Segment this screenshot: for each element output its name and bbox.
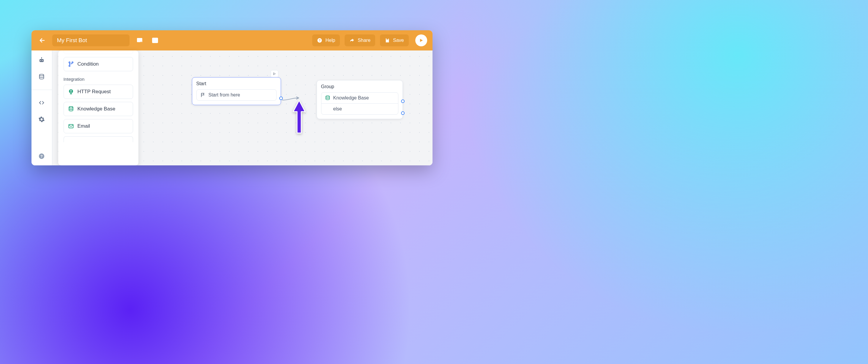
row-label: else	[333, 106, 342, 112]
app-body: ? AB Test Condition Integration	[31, 51, 433, 165]
sidebar-item-bot[interactable]	[36, 55, 46, 65]
share-icon	[349, 38, 355, 43]
svg-point-11	[39, 74, 44, 76]
svg-rect-6	[39, 59, 44, 62]
sidebar: ?	[31, 51, 52, 165]
svg-point-10	[41, 57, 42, 58]
blocks-panel: AB Test Condition Integration HTTP Reque…	[58, 51, 138, 165]
block-item-abtest[interactable]: AB Test	[64, 51, 133, 54]
sidebar-item-code[interactable]	[36, 98, 46, 108]
save-icon	[385, 38, 390, 43]
arrow-left-icon	[39, 37, 46, 44]
svg-point-22	[326, 96, 330, 97]
gear-icon	[38, 116, 45, 123]
output-port[interactable]	[401, 111, 405, 115]
svg-rect-0	[137, 38, 142, 42]
app-window: My First Bot {x} ? Help Share Save	[31, 30, 433, 165]
help-icon: ?	[317, 38, 322, 43]
mail-icon	[68, 123, 74, 129]
block-item-partial[interactable]	[64, 136, 133, 142]
code-icon	[38, 99, 45, 106]
globe-icon	[68, 89, 74, 95]
svg-rect-5	[386, 38, 388, 39]
flow-canvas[interactable]: AB Test Condition Integration HTTP Reque…	[52, 51, 433, 165]
bot-title-input[interactable]: My First Bot	[52, 34, 129, 46]
save-label: Save	[393, 38, 404, 43]
database-icon	[68, 106, 74, 112]
svg-point-7	[40, 60, 41, 61]
svg-text:?: ?	[40, 154, 43, 158]
svg-point-20	[69, 106, 73, 108]
back-button[interactable]	[37, 35, 48, 46]
node-slot-start[interactable]: Start from here	[196, 89, 277, 101]
robot-icon	[38, 57, 45, 64]
database-icon	[38, 74, 45, 80]
play-icon	[419, 38, 424, 43]
run-button[interactable]	[415, 34, 427, 46]
help-button[interactable]: ? Help	[312, 34, 340, 46]
sidebar-item-data[interactable]	[36, 72, 46, 82]
group-row-kb[interactable]: Knowledge Base	[321, 93, 398, 103]
block-label: Email	[78, 123, 90, 129]
block-item-condition[interactable]: Condition	[64, 57, 133, 71]
save-button[interactable]: Save	[380, 34, 408, 46]
flag-icon	[200, 92, 206, 98]
note-icon	[136, 37, 143, 44]
group-row-else[interactable]: else	[321, 103, 398, 114]
sidebar-item-help[interactable]: ?	[36, 151, 46, 161]
node-title: Group	[321, 84, 398, 89]
node-start[interactable]: Start Start from here	[192, 77, 281, 105]
block-label: HTTP Request	[78, 89, 111, 95]
question-icon: ?	[38, 153, 45, 159]
svg-point-17	[69, 65, 70, 66]
variables-button[interactable]: {x}	[150, 35, 160, 46]
svg-point-8	[42, 60, 43, 61]
panel-category: Integration	[64, 76, 133, 81]
block-item-http[interactable]: HTTP Request	[64, 85, 133, 99]
block-item-email[interactable]: Email	[64, 119, 133, 133]
svg-text:{x}: {x}	[153, 39, 157, 42]
output-port[interactable]	[279, 97, 283, 100]
branch-icon	[68, 61, 74, 67]
brackets-icon: {x}	[152, 37, 159, 44]
sidebar-item-settings[interactable]	[36, 114, 46, 124]
slot-label: Start from here	[209, 92, 240, 98]
row-label: Knowledge Base	[333, 95, 369, 101]
node-slot-group: Knowledge Base else	[321, 92, 398, 114]
block-item-kb[interactable]: Knowledge Base	[64, 102, 133, 116]
database-icon	[325, 95, 330, 101]
app-header: My First Bot {x} ? Help Share Save	[31, 30, 433, 51]
block-label: Condition	[78, 61, 99, 67]
help-label: Help	[325, 38, 335, 43]
share-button[interactable]: Share	[345, 34, 375, 46]
output-port[interactable]	[401, 99, 405, 103]
svg-point-18	[71, 62, 73, 63]
node-group[interactable]: Group Knowledge Base else	[317, 80, 403, 119]
notes-button[interactable]	[134, 35, 145, 46]
svg-text:?: ?	[319, 38, 320, 42]
sidebar-divider	[31, 90, 52, 90]
share-label: Share	[358, 38, 370, 43]
svg-point-16	[69, 62, 70, 63]
node-run-button[interactable]	[271, 70, 278, 78]
cursor-annotation	[292, 100, 307, 136]
block-label: Knowledge Base	[78, 106, 116, 112]
play-outline-icon	[273, 72, 276, 75]
node-title: Start	[196, 81, 277, 87]
